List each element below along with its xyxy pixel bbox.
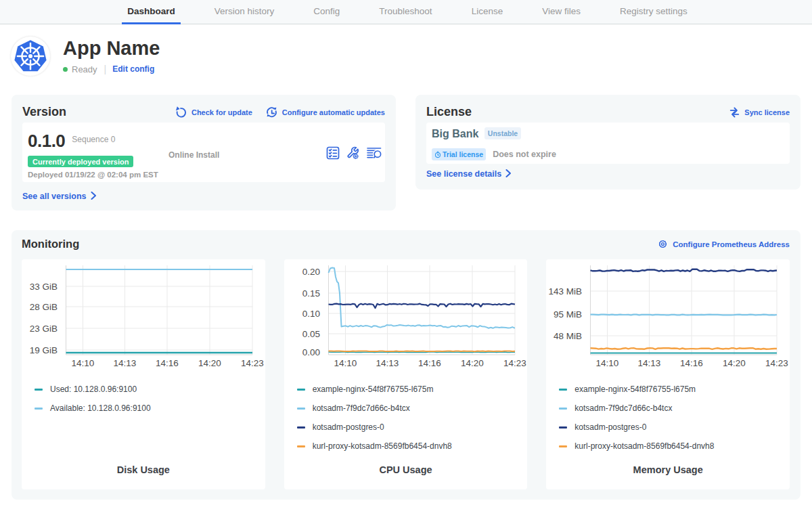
- svg-text:14:13: 14:13: [114, 358, 137, 368]
- svg-text:0.00: 0.00: [302, 347, 319, 357]
- svg-text:14:20: 14:20: [723, 358, 746, 368]
- svg-text:23 GiB: 23 GiB: [30, 324, 58, 334]
- svg-text:0.05: 0.05: [302, 329, 319, 339]
- svg-text:14:23: 14:23: [241, 358, 264, 368]
- svg-text:14:10: 14:10: [72, 358, 95, 368]
- svg-text:28 GiB: 28 GiB: [30, 302, 58, 312]
- svg-text:19 GiB: 19 GiB: [30, 345, 58, 355]
- svg-text:143 MiB: 143 MiB: [549, 286, 583, 297]
- svg-text:14:23: 14:23: [503, 358, 526, 368]
- svg-text:14:13: 14:13: [376, 358, 399, 368]
- svg-text:14:10: 14:10: [334, 358, 357, 368]
- svg-text:14:16: 14:16: [418, 358, 441, 368]
- svg-text:14:20: 14:20: [198, 358, 221, 368]
- svg-text:0.10: 0.10: [302, 309, 319, 319]
- svg-text:14:16: 14:16: [156, 358, 179, 368]
- svg-text:14:20: 14:20: [461, 358, 484, 368]
- svg-text:0.20: 0.20: [302, 267, 319, 277]
- svg-text:14:23: 14:23: [765, 358, 788, 368]
- svg-text:95 MiB: 95 MiB: [554, 309, 582, 320]
- svg-text:14:16: 14:16: [680, 358, 703, 368]
- svg-text:48 MiB: 48 MiB: [554, 331, 582, 341]
- svg-text:33 GiB: 33 GiB: [30, 282, 58, 292]
- svg-text:14:13: 14:13: [638, 358, 661, 368]
- svg-text:14:10: 14:10: [596, 358, 619, 368]
- svg-text:0.15: 0.15: [302, 288, 319, 299]
